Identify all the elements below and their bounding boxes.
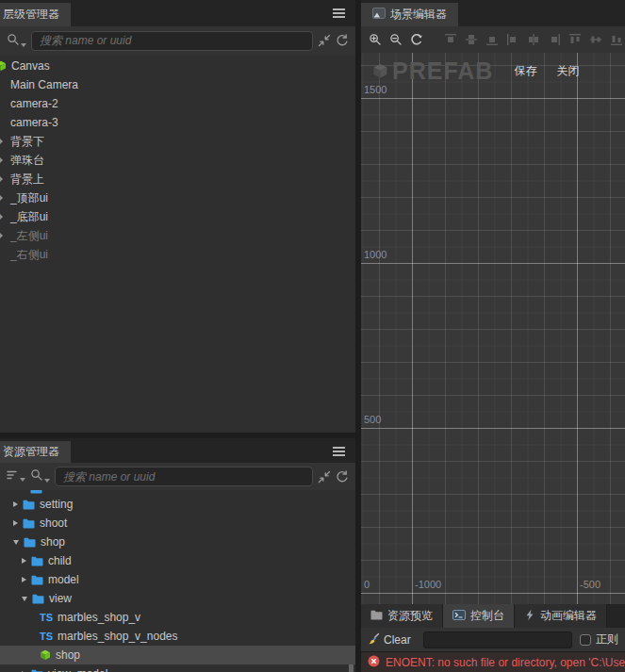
folder-icon xyxy=(31,669,43,672)
assets-panel: 资源管理器 settingshootshopchildmodelviewTSma… xyxy=(0,438,355,672)
console-error-row[interactable]: ENOENT: no such file or directory, open … xyxy=(361,651,625,672)
align-hcenter-button[interactable] xyxy=(527,33,540,46)
console-filter-input[interactable] xyxy=(423,631,572,648)
prefab-save-button[interactable]: 保存 xyxy=(514,63,536,79)
hierarchy-node[interactable]: _左侧ui xyxy=(0,226,355,245)
hierarchy-refresh-button[interactable] xyxy=(336,34,349,47)
bottom-tab-label: 动画编辑器 xyxy=(540,608,597,624)
grid-coordinate-label: -500 xyxy=(580,579,600,590)
align-left-button[interactable] xyxy=(506,33,519,46)
zoom-in-button[interactable] xyxy=(369,33,382,46)
assets-collapse-all-button[interactable] xyxy=(318,470,331,484)
console-clear-label: Clear xyxy=(384,633,411,647)
grid-coordinate-label: 500 xyxy=(364,414,381,425)
align-right-button[interactable] xyxy=(548,33,561,46)
asset-item[interactable]: view xyxy=(0,589,355,608)
asset-item[interactable]: TSmarbles_shop_v_nodes xyxy=(0,627,355,646)
prefab-close-button[interactable]: 关闭 xyxy=(556,63,579,79)
disclosure-arrow-icon[interactable] xyxy=(13,501,18,507)
clipped-arrow-icon xyxy=(0,157,3,163)
asset-item[interactable]: child xyxy=(0,551,355,570)
disclosure-arrow-icon[interactable] xyxy=(22,597,27,601)
regex-checkbox[interactable] xyxy=(580,634,591,646)
hierarchy-node[interactable]: 弹珠台 xyxy=(0,151,355,170)
distribute-bottom-button[interactable] xyxy=(610,33,623,46)
assets-tabbar: 资源管理器 xyxy=(0,438,355,463)
asset-item[interactable]: setting xyxy=(0,495,355,514)
asset-item[interactable]: shop xyxy=(0,646,355,664)
bottom-tab-label: 资源预览 xyxy=(387,608,433,624)
asset-label: marbles_shop_v_nodes xyxy=(58,630,177,643)
assets-search-type-button[interactable] xyxy=(30,468,50,484)
hierarchy-tree: CanvasMain Cameracamera-2camera-3背景下弹珠台背… xyxy=(0,55,355,433)
hierarchy-node[interactable]: Canvas xyxy=(0,57,355,75)
disclosure-arrow-icon[interactable] xyxy=(22,577,26,582)
node-label: camera-2 xyxy=(10,97,58,110)
clipped-arrow-icon xyxy=(0,195,3,201)
hierarchy-search-type-button[interactable] xyxy=(7,33,26,49)
assets-sort-button[interactable] xyxy=(7,469,25,484)
hierarchy-node[interactable]: _顶部ui xyxy=(0,188,355,207)
distribute-vcenter-button[interactable] xyxy=(589,33,602,46)
hierarchy-node[interactable]: _底部ui xyxy=(0,207,355,226)
search-icon xyxy=(7,33,20,49)
node-label: _右侧ui xyxy=(10,247,48,263)
node-label: Main Camera xyxy=(10,78,78,91)
tab-scene-editor[interactable]: 场景编辑器 xyxy=(361,3,458,26)
tab-assets-label: 资源管理器 xyxy=(3,444,59,460)
chevron-down-icon xyxy=(21,43,26,47)
console-clear-button[interactable]: Clear xyxy=(368,632,411,647)
node-label: 背景下 xyxy=(10,134,44,150)
asset-item[interactable]: TSmarbles_shop_v xyxy=(0,608,355,627)
disclosure-arrow-icon[interactable] xyxy=(13,540,19,545)
hierarchy-search-input[interactable] xyxy=(31,31,313,51)
hierarchy-node[interactable]: camera-3 xyxy=(0,113,355,132)
tab-assets[interactable]: 资源管理器 xyxy=(0,441,71,463)
grid-coordinate-label: 0 xyxy=(364,579,370,590)
hierarchy-node[interactable]: 背景上 xyxy=(0,170,355,188)
align-vcenter-button[interactable] xyxy=(465,33,478,46)
scene-canvas[interactable]: PREFAB 保存 关闭 150010005000-1000-500 xyxy=(361,53,625,604)
reset-view-button[interactable] xyxy=(410,33,423,46)
hierarchy-search-row xyxy=(0,26,355,55)
distribute-top-button[interactable] xyxy=(568,33,582,46)
assets-search-input[interactable] xyxy=(55,467,313,486)
tab-folder[interactable]: 资源预览 xyxy=(361,604,443,628)
typescript-icon: TS xyxy=(40,631,53,642)
hamburger-icon xyxy=(333,447,345,449)
disclosure-arrow-icon[interactable] xyxy=(22,558,26,564)
hierarchy-collapse-all-button[interactable] xyxy=(318,34,331,47)
folder-icon xyxy=(31,556,43,566)
asset-item[interactable]: model xyxy=(0,570,355,589)
search-icon xyxy=(30,468,43,484)
align-bottom-button[interactable] xyxy=(485,33,499,46)
prefab-mode-label: PREFAB xyxy=(392,57,493,85)
asset-item[interactable]: view_model xyxy=(0,664,355,672)
hierarchy-node[interactable]: camera-2 xyxy=(0,94,355,113)
asset-item[interactable]: shoot xyxy=(0,514,355,533)
zoom-out-button[interactable] xyxy=(389,33,403,46)
asset-item[interactable]: shop xyxy=(0,533,355,551)
folder-icon xyxy=(23,518,35,529)
align-top-button[interactable] xyxy=(444,33,457,46)
assets-menu-button[interactable] xyxy=(333,446,346,457)
hierarchy-node[interactable]: Main Camera xyxy=(0,75,355,94)
folder-icon xyxy=(31,575,43,585)
tab-hierarchy-label: 层级管理器 xyxy=(3,7,59,23)
prefab-icon xyxy=(40,649,51,661)
assets-search-row xyxy=(0,463,355,490)
canvas-icon xyxy=(0,60,7,72)
scene-toolbar xyxy=(361,26,625,53)
scene-panel: 场景编辑器 PREFAB 保存 关闭 150010005000-1000-500… xyxy=(361,0,625,672)
tab-scene-label: 场景编辑器 xyxy=(390,7,447,23)
assets-refresh-button[interactable] xyxy=(336,470,349,484)
hierarchy-menu-button[interactable] xyxy=(333,8,346,19)
disclosure-arrow-icon[interactable] xyxy=(13,520,18,526)
tab-terminal[interactable]: 控制台 xyxy=(443,604,515,628)
hierarchy-node[interactable]: _右侧ui xyxy=(0,245,355,264)
hierarchy-node[interactable]: 背景下 xyxy=(0,132,355,151)
tab-hierarchy[interactable]: 层级管理器 xyxy=(0,3,71,26)
regex-label: 正则 xyxy=(596,631,618,647)
asset-label: shop xyxy=(41,535,65,549)
tab-animation[interactable]: 动画编辑器 xyxy=(515,604,607,628)
